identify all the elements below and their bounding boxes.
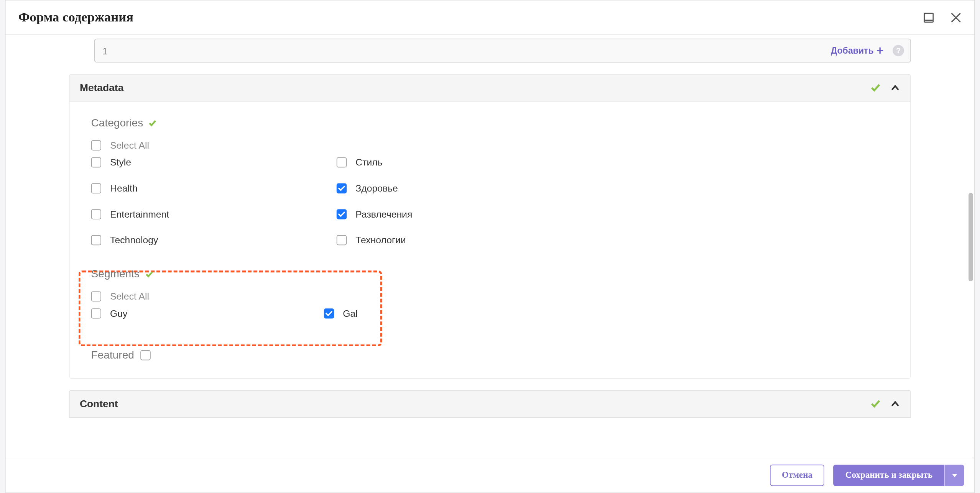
category-style-en[interactable]: Style [91, 157, 337, 167]
svg-marker-6 [952, 474, 957, 477]
categories-grid: Style Стиль Health Здоровье Entertainmen… [91, 157, 889, 252]
save-dropdown-icon[interactable] [944, 465, 964, 486]
metadata-body: Categories Select All Style [70, 102, 911, 378]
metadata-title: Metadata [80, 82, 123, 94]
modal-body: 1 Добавить ? Metadata [6, 35, 974, 458]
content-title: Content [80, 398, 118, 410]
category-entertainment-ru[interactable]: Развлечения [337, 209, 582, 219]
segments-select-all[interactable]: Select All [91, 291, 889, 301]
categories-select-all[interactable]: Select All [91, 140, 889, 151]
save-button-group: Сохранить и закрыть [834, 465, 964, 486]
category-style-ru[interactable]: Стиль [337, 157, 582, 167]
featured-row: Featured [91, 349, 889, 362]
select-all-label: Select All [110, 291, 149, 301]
metadata-section: Metadata [69, 74, 911, 378]
chevron-up-icon[interactable] [890, 83, 900, 93]
modal-footer: Отмена Сохранить и закрыть [6, 458, 974, 493]
category-entertainment-en[interactable]: Entertainment [91, 209, 337, 219]
segments-label: Segments [91, 268, 889, 281]
modal-header: Форма содержания [6, 1, 974, 35]
metadata-header[interactable]: Metadata [70, 75, 911, 102]
chevron-up-icon[interactable] [890, 399, 900, 409]
check-icon [148, 119, 157, 128]
featured-label: Featured [91, 349, 134, 362]
maximize-icon[interactable] [922, 11, 935, 24]
cancel-button[interactable]: Отмена [770, 465, 825, 486]
segment-gal[interactable]: Gal [324, 308, 451, 319]
category-technology-ru[interactable]: Технологии [337, 234, 582, 245]
scrollbar[interactable] [968, 35, 973, 458]
content-section-header[interactable]: Content [69, 390, 911, 418]
check-icon [870, 82, 881, 94]
number-input[interactable]: 1 [95, 40, 827, 61]
scroll-area[interactable]: 1 Добавить ? Metadata [6, 35, 974, 458]
scrollbar-thumb[interactable] [968, 193, 973, 281]
select-all-label: Select All [110, 140, 149, 151]
close-icon[interactable] [950, 12, 962, 23]
header-actions [922, 11, 962, 24]
featured-checkbox[interactable] [140, 350, 150, 360]
categories-label: Categories [91, 117, 889, 129]
segment-guy[interactable]: Guy [91, 308, 324, 319]
category-health-ru[interactable]: Здоровье [337, 183, 582, 193]
svg-rect-0 [924, 13, 933, 22]
svg-rect-5 [877, 50, 883, 51]
check-icon [145, 270, 153, 279]
modal-title: Форма содержания [18, 10, 133, 25]
number-input-row: 1 Добавить ? [94, 39, 911, 63]
help-icon[interactable]: ? [893, 45, 904, 56]
segments-area: Segments Select All [91, 268, 889, 331]
category-health-en[interactable]: Health [91, 183, 337, 193]
segments-grid: Guy Gal [91, 308, 889, 325]
category-technology-en[interactable]: Technology [91, 234, 337, 245]
add-button[interactable]: Добавить [827, 46, 888, 56]
save-button[interactable]: Сохранить и закрыть [834, 465, 945, 486]
check-icon [870, 398, 881, 410]
add-label: Добавить [831, 46, 874, 56]
content-form-modal: Форма содержания 1 Добавить [5, 0, 975, 493]
